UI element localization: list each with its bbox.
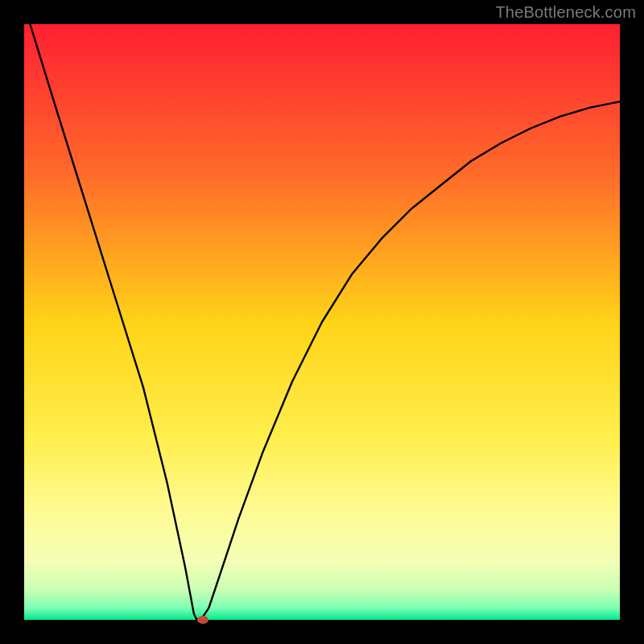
watermark-text: TheBottleneck.com	[495, 3, 636, 22]
bottleneck-curve	[24, 24, 620, 620]
chart-frame: TheBottleneck.com	[0, 0, 644, 644]
plot-area	[24, 24, 620, 620]
optimum-marker	[197, 616, 208, 624]
